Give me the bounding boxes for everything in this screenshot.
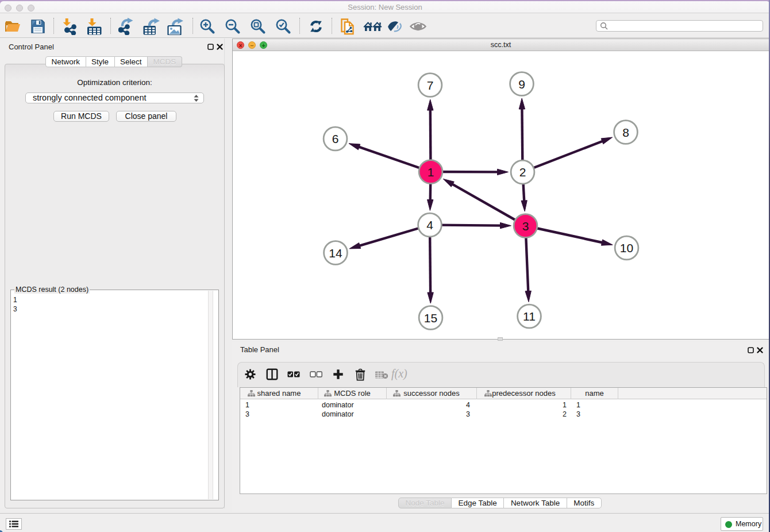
svg-text:8: 8 <box>622 126 629 139</box>
svg-text:6: 6 <box>332 132 339 145</box>
svg-text:15: 15 <box>424 311 437 325</box>
svg-text:3: 3 <box>522 219 529 233</box>
svg-text:10: 10 <box>620 241 633 255</box>
svg-text:14: 14 <box>329 246 342 260</box>
svg-text:1: 1 <box>428 165 434 179</box>
svg-text:4: 4 <box>426 218 433 232</box>
svg-text:7: 7 <box>427 79 434 92</box>
svg-text:9: 9 <box>518 78 525 91</box>
svg-text:2: 2 <box>519 165 526 179</box>
svg-text:11: 11 <box>523 310 536 323</box>
